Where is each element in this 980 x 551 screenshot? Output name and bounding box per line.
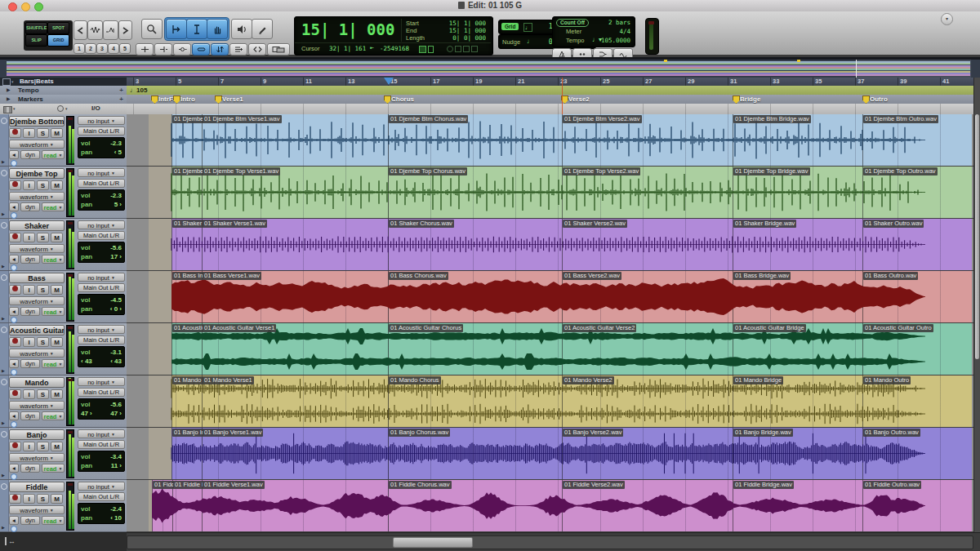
track-gutter[interactable]: ▶ xyxy=(0,271,9,322)
input-selector[interactable]: no input▼ xyxy=(78,273,125,282)
count-off-label[interactable]: Count Off xyxy=(556,19,589,27)
clip-label[interactable]: 01 Shaker Outro.wav xyxy=(863,220,924,228)
mute-button[interactable]: M xyxy=(51,389,63,399)
record-enable-button[interactable] xyxy=(9,128,21,138)
input-selector[interactable]: no input▼ xyxy=(78,116,125,125)
clip-label[interactable]: 01 Djembe Btm Outro.wav xyxy=(863,115,938,123)
track-header[interactable]: ▶MandoISMwaveform▼◂dynread▼no input▼Main… xyxy=(0,375,127,428)
transport-option2-icon[interactable] xyxy=(471,46,478,52)
track-speaker-button[interactable]: ◂ xyxy=(9,255,19,264)
track-view-selector[interactable]: waveform▼ xyxy=(9,140,65,149)
automation-mode-selector[interactable]: read▼ xyxy=(42,255,65,264)
playlist-arrow-icon[interactable]: ▶ xyxy=(2,473,5,478)
mute-button[interactable]: M xyxy=(51,494,63,504)
marker-flag[interactable] xyxy=(215,96,222,104)
clip-label[interactable]: 01 Bass Chorus.wav xyxy=(389,272,448,280)
vol-pan-display[interactable]: vol-5.647 ›47 › xyxy=(78,398,125,420)
timeline-insertion-icon[interactable] xyxy=(419,46,426,53)
nudge-note-icon[interactable]: ♩ xyxy=(527,38,533,45)
clip-label[interactable]: 01 Bass Bridge.wav xyxy=(733,272,791,280)
clip-label[interactable]: 01 Djembe Top Bridge.wav xyxy=(733,167,810,176)
clip-label[interactable]: 01 Shaker Verse1.wav xyxy=(203,220,267,228)
vol-pan-display[interactable]: vol-4.5pan‹ 0 › xyxy=(78,294,125,315)
track-header[interactable]: ▶Djembe BottomISMwaveform▼◂dynread▼no in… xyxy=(0,114,127,167)
clip-label[interactable]: 01 Fiddle Verse2.wav xyxy=(563,481,625,489)
track-lane[interactable]: 01 Mando Intro01 Mando Verse101 Mando Ch… xyxy=(127,375,973,428)
input-selector[interactable]: no input▼ xyxy=(78,168,125,177)
dyn-selector[interactable]: dyn xyxy=(20,411,40,420)
zoomer-tool-button[interactable] xyxy=(141,19,163,39)
clip-label[interactable]: 01 Djembe Btm xyxy=(172,115,203,123)
playlist-arrow-icon[interactable]: ▶ xyxy=(2,525,5,530)
input-selector[interactable]: no input▼ xyxy=(78,325,125,334)
layered-editing-button[interactable] xyxy=(267,43,290,56)
mode-spot-button[interactable]: SPOT xyxy=(47,22,69,34)
automation-mode-selector[interactable]: read▼ xyxy=(42,307,65,316)
clip-label[interactable]: 01 Fiddle Intro.w xyxy=(173,481,203,489)
grabber-tool-button[interactable] xyxy=(207,19,228,39)
clip-label[interactable]: 01 Mando Bridge xyxy=(733,376,783,384)
input-selector[interactable]: no input▼ xyxy=(78,220,125,229)
input-selector[interactable]: no input▼ xyxy=(78,377,125,386)
track-gutter[interactable]: ▶ xyxy=(0,219,9,270)
track-list-icon[interactable] xyxy=(3,106,12,113)
automation-mode-selector[interactable]: read▼ xyxy=(42,359,65,368)
track-lane[interactable]: 01 Djembe Top I01 Djembe Top Verse1.wav0… xyxy=(127,167,973,219)
scrubber-tool-button[interactable] xyxy=(231,19,252,39)
automation-mode-selector[interactable]: read▼ xyxy=(42,411,65,420)
track-speaker-button[interactable]: ◂ xyxy=(9,464,19,473)
record-enable-button[interactable] xyxy=(9,180,21,190)
track-gutter[interactable]: ▶ xyxy=(0,323,9,375)
pan-row[interactable]: pan17 › xyxy=(81,252,122,262)
mute-button[interactable]: M xyxy=(51,128,63,138)
comments-icon[interactable] xyxy=(11,212,17,219)
track-lane[interactable]: 01 Fidd01 Fiddle Intro.w01 Fiddle Verse1… xyxy=(127,480,973,532)
end-value[interactable]: 15| 1| 000 xyxy=(449,27,486,34)
track-name[interactable]: Fiddle xyxy=(9,482,65,492)
input-monitor-button[interactable]: I xyxy=(23,233,35,242)
mute-button[interactable]: M xyxy=(51,442,63,451)
pan-row[interactable]: ‹ 43‹ 43 xyxy=(81,357,122,367)
dyn-selector[interactable]: dyn xyxy=(20,516,40,525)
clip-label[interactable]: 01 Acoustic Guitar Verse1 xyxy=(203,324,276,332)
record-enable-button[interactable] xyxy=(9,337,21,347)
main-counter-value[interactable]: 15| 1| 000 xyxy=(301,20,394,38)
length-value[interactable]: 0| 0| 000 xyxy=(452,34,486,42)
tempo-add-icon[interactable]: + xyxy=(119,86,123,95)
input-monitor-button[interactable]: I xyxy=(23,442,35,451)
automation-mode-selector[interactable]: read▼ xyxy=(42,202,65,211)
comments-icon[interactable] xyxy=(11,421,17,428)
clip-label[interactable]: 01 Fiddle Chorus.wav xyxy=(389,481,452,489)
automation-mode-selector[interactable]: read▼ xyxy=(42,150,65,159)
record-enable-button[interactable] xyxy=(9,285,21,295)
input-monitor-button[interactable]: I xyxy=(23,285,35,295)
vol-pan-display[interactable]: vol-3.1‹ 43‹ 43 xyxy=(78,346,125,367)
track-header[interactable]: ▶FiddleISMwaveform▼◂dynread▼no input▼Mai… xyxy=(0,480,127,532)
marker-flag[interactable] xyxy=(733,96,740,104)
clip-label[interactable]: 01 Shaker Intro. xyxy=(172,220,203,228)
track-gutter[interactable]: ▶ xyxy=(0,114,9,166)
zoom-in-horizontal-button[interactable] xyxy=(118,20,132,40)
clip-label[interactable]: 01 Banjo Intro.w xyxy=(172,429,203,437)
mute-button[interactable]: M xyxy=(51,180,63,190)
mode-grid-button[interactable]: GRID xyxy=(47,34,69,47)
zoom-preset-1[interactable]: 1 xyxy=(74,43,85,54)
bars-beats-ruler-header[interactable]: ▾ Bars|Beats xyxy=(0,78,127,86)
track-name[interactable]: Shaker xyxy=(9,220,65,231)
trim-tool-button[interactable] xyxy=(166,19,187,39)
link-track-edit-button[interactable] xyxy=(211,43,229,56)
dyn-selector[interactable]: dyn xyxy=(20,464,40,473)
clip-label[interactable]: 01 Djembe Top I xyxy=(172,167,203,176)
markers-expand-icon[interactable]: ▶ xyxy=(7,95,11,104)
comments-icon[interactable] xyxy=(11,160,17,167)
track-speaker-button[interactable]: ◂ xyxy=(9,202,19,211)
zoom-preset-3[interactable]: 3 xyxy=(96,43,108,54)
clip-label[interactable]: 01 Mando Outro xyxy=(863,376,911,384)
comments-icon[interactable] xyxy=(11,526,17,532)
track-header[interactable]: ▶BanjoISMwaveform▼◂dynread▼no input▼Main… xyxy=(0,428,127,480)
playlist-arrow-icon[interactable]: ▶ xyxy=(2,368,5,373)
clip-label[interactable]: 01 Bass Outro.wav xyxy=(863,272,918,280)
pencil-tool-button[interactable] xyxy=(252,19,273,39)
clip-label[interactable]: 01 Acoustic Guitar Verse2 xyxy=(563,324,636,332)
dyn-selector[interactable]: dyn xyxy=(20,150,40,159)
